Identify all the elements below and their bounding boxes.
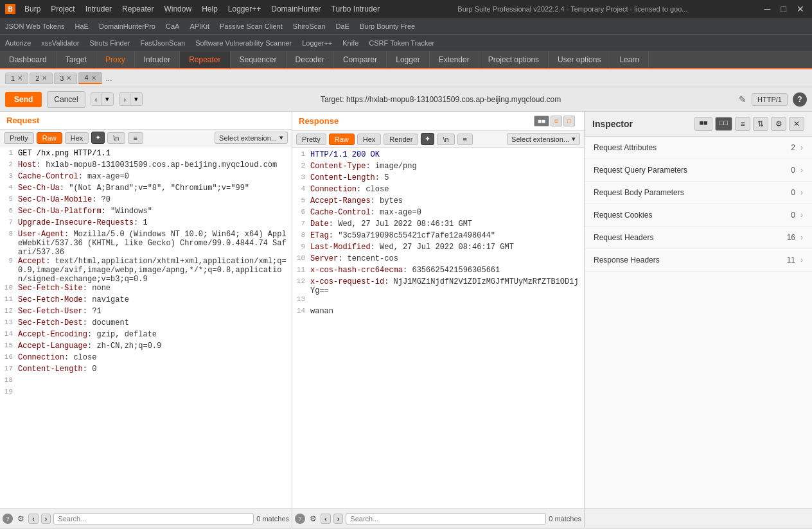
resp-search-prev[interactable]: ‹ bbox=[321, 514, 331, 524]
close-subtab-4[interactable]: ✕ bbox=[91, 74, 96, 82]
resp-search-settings[interactable]: ⚙ bbox=[308, 514, 318, 524]
help-button[interactable]: ? bbox=[793, 92, 807, 107]
response-search-input[interactable] bbox=[346, 513, 546, 525]
req-tag-icon[interactable]: ✦ bbox=[91, 132, 105, 144]
resp-tag-icon[interactable]: ✦ bbox=[421, 133, 434, 145]
tab-proxy[interactable]: Proxy bbox=[96, 51, 135, 68]
tab-dashboard[interactable]: Dashboard bbox=[0, 51, 57, 68]
req-search-next[interactable]: › bbox=[41, 514, 51, 524]
menu-repeater[interactable]: Repeater bbox=[118, 3, 157, 15]
ext-json-web-tokens[interactable]: JSON Web Tokens bbox=[5, 22, 65, 30]
resp-pretty-btn[interactable]: Pretty bbox=[296, 134, 326, 145]
resp-wrap-btn[interactable]: ≡ bbox=[457, 134, 473, 145]
menu-help[interactable]: Help bbox=[198, 3, 222, 15]
inspector-filter[interactable]: ⇅ bbox=[753, 117, 768, 131]
menu-burp[interactable]: Burp bbox=[21, 3, 44, 15]
tab-extender[interactable]: Extender bbox=[430, 51, 479, 68]
edit-target-icon[interactable]: ✎ bbox=[739, 94, 746, 105]
subtab-2[interactable]: 2 ✕ bbox=[30, 73, 53, 84]
req-search-help[interactable]: ? bbox=[3, 514, 13, 524]
resp-newline-btn[interactable]: \n bbox=[437, 134, 454, 145]
inspector-row[interactable]: Request Cookies 0 › bbox=[585, 204, 812, 227]
req-raw-btn[interactable]: Raw bbox=[37, 132, 62, 144]
menu-project[interactable]: Project bbox=[47, 3, 78, 15]
tab-target[interactable]: Target bbox=[57, 51, 96, 68]
tab-sequencer[interactable]: Sequencer bbox=[231, 51, 287, 68]
tab-decoder[interactable]: Decoder bbox=[287, 51, 334, 68]
inspector-view-grid[interactable]: ■■ bbox=[694, 117, 712, 131]
menu-turbo[interactable]: Turbo Intruder bbox=[328, 3, 384, 15]
resp-view-single[interactable]: □ bbox=[563, 116, 575, 126]
ext-logger-pp[interactable]: Logger++ bbox=[302, 39, 332, 47]
request-search-input[interactable] bbox=[53, 513, 254, 525]
close-subtab-1[interactable]: ✕ bbox=[17, 74, 22, 82]
nav-prev-dropdown[interactable]: ▾ bbox=[102, 93, 113, 105]
req-search-settings[interactable]: ⚙ bbox=[15, 514, 26, 524]
ext-xssvalidator[interactable]: xssValidator bbox=[41, 39, 79, 47]
req-extension-dropdown[interactable]: Select extension... ▾ bbox=[215, 132, 288, 144]
subtab-more[interactable]: ... bbox=[103, 73, 115, 84]
nav-next-button[interactable]: › bbox=[119, 93, 130, 105]
tab-logger[interactable]: Logger bbox=[387, 51, 429, 68]
ext-knife[interactable]: Knife bbox=[342, 39, 358, 47]
close-subtab-2[interactable]: ✕ bbox=[42, 74, 47, 82]
ext-software-vuln-scanner[interactable]: Software Vulnerability Scanner bbox=[195, 39, 292, 47]
ext-csrf-token-tracker[interactable]: CSRF Token Tracker bbox=[369, 39, 434, 47]
ext-hae[interactable]: HaE bbox=[75, 22, 89, 30]
resp-view-split[interactable]: ■■ bbox=[534, 116, 549, 126]
ext-domainhunterpro[interactable]: DomainHunterPro bbox=[99, 22, 155, 30]
subtab-3[interactable]: 3 ✕ bbox=[54, 73, 77, 84]
resp-view-horizontal[interactable]: ≡ bbox=[551, 116, 562, 126]
ext-apikit[interactable]: APIKit bbox=[190, 22, 209, 30]
inspector-row[interactable]: Response Headers 11 › bbox=[585, 249, 812, 272]
resp-raw-btn[interactable]: Raw bbox=[329, 134, 355, 145]
nav-prev-button[interactable]: ‹ bbox=[91, 93, 102, 105]
resp-search-next[interactable]: › bbox=[333, 514, 344, 524]
request-content[interactable]: 1GET /hx.png HTTP/1.12Host: hxlab-mopu8-… bbox=[0, 146, 292, 508]
ext-dae[interactable]: DaE bbox=[336, 22, 349, 30]
close-button[interactable]: ✕ bbox=[794, 4, 807, 14]
send-button[interactable]: Send bbox=[5, 92, 42, 107]
inspector-row[interactable]: Request Attributes 2 › bbox=[585, 137, 812, 159]
tab-project-options[interactable]: Project options bbox=[479, 51, 549, 68]
http-version-selector[interactable]: HTTP/1 bbox=[752, 93, 788, 106]
resp-search-help[interactable]: ? bbox=[295, 514, 305, 524]
nav-next-dropdown[interactable]: ▾ bbox=[130, 93, 142, 105]
inspector-sort[interactable]: ≡ bbox=[735, 117, 750, 131]
subtab-4[interactable]: 4 ✕ bbox=[78, 72, 102, 84]
tab-learn[interactable]: Learn bbox=[610, 51, 649, 68]
inspector-row[interactable]: Request Body Parameters 0 › bbox=[585, 182, 812, 204]
ext-autorize[interactable]: Autorize bbox=[5, 39, 31, 47]
close-subtab-3[interactable]: ✕ bbox=[66, 74, 71, 82]
req-search-prev[interactable]: ‹ bbox=[28, 514, 39, 524]
ext-struts-finder[interactable]: Struts Finder bbox=[89, 39, 130, 47]
tab-repeater[interactable]: Repeater bbox=[180, 51, 230, 69]
minimize-button[interactable]: ─ bbox=[762, 4, 773, 14]
menu-window[interactable]: Window bbox=[160, 3, 195, 15]
tab-comparer[interactable]: Comparer bbox=[334, 51, 387, 68]
cancel-button[interactable]: Cancel bbox=[47, 91, 85, 108]
ext-shiroscan[interactable]: ShiroScan bbox=[293, 22, 326, 30]
inspector-settings[interactable]: ⚙ bbox=[771, 117, 786, 131]
response-content[interactable]: 1HTTP/1.1 200 OK2Content-Type: image/png… bbox=[292, 148, 584, 508]
resp-extension-dropdown[interactable]: Select extension... ▾ bbox=[507, 133, 580, 145]
menu-domainhunter[interactable]: DomainHunter bbox=[267, 3, 324, 15]
menu-logger[interactable]: Logger++ bbox=[224, 3, 265, 15]
menu-intruder[interactable]: Intruder bbox=[82, 3, 116, 15]
ext-fastjsonscan[interactable]: FastJsonScan bbox=[140, 39, 185, 47]
req-newline-btn[interactable]: \n bbox=[107, 132, 125, 144]
req-hex-btn[interactable]: Hex bbox=[65, 132, 89, 144]
inspector-row[interactable]: Request Query Parameters 0 › bbox=[585, 159, 812, 182]
ext-burp-bounty-free[interactable]: Burp Bounty Free bbox=[360, 22, 415, 30]
resp-render-btn[interactable]: Render bbox=[384, 134, 418, 145]
req-wrap-btn[interactable]: ≡ bbox=[128, 132, 143, 144]
inspector-row[interactable]: Request Headers 16 › bbox=[585, 227, 812, 249]
ext-caa[interactable]: CaA bbox=[166, 22, 179, 30]
tab-intruder[interactable]: Intruder bbox=[135, 51, 180, 68]
resp-hex-btn[interactable]: Hex bbox=[357, 134, 382, 145]
tab-user-options[interactable]: User options bbox=[549, 51, 610, 68]
req-pretty-btn[interactable]: Pretty bbox=[4, 132, 34, 144]
ext-passive-scan-client[interactable]: Passive Scan Client bbox=[220, 22, 283, 30]
subtab-1[interactable]: 1 ✕ bbox=[5, 73, 28, 84]
maximize-button[interactable]: □ bbox=[779, 4, 789, 14]
